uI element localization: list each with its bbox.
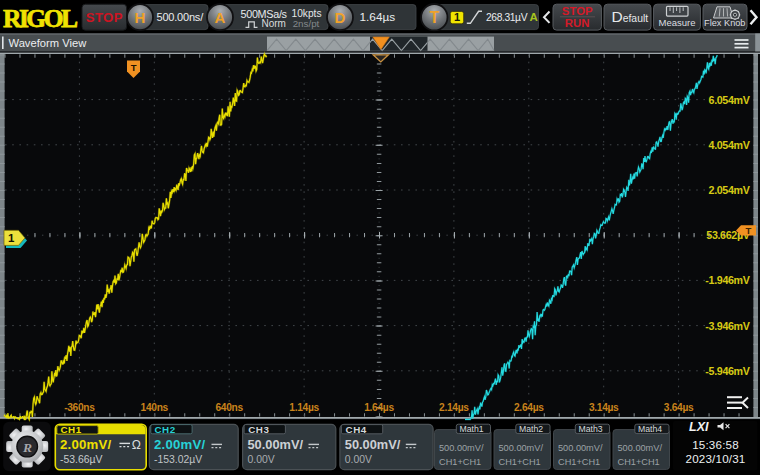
svg-text:1: 1 <box>454 11 460 23</box>
svg-text:2.054mV: 2.054mV <box>709 184 751 196</box>
svg-text:500.00mV/: 500.00mV/ <box>499 443 544 453</box>
svg-text:D: D <box>335 9 346 26</box>
svg-text:-153.02µV: -153.02µV <box>154 454 202 465</box>
svg-text:RIGOL: RIGOL <box>3 4 78 33</box>
svg-text:CH2: CH2 <box>155 424 176 435</box>
svg-text:2023/10/31: 2023/10/31 <box>685 452 745 465</box>
svg-text:Ω: Ω <box>132 438 141 452</box>
svg-text:2.14µs: 2.14µs <box>439 402 469 413</box>
svg-text:1.64µs: 1.64µs <box>360 10 396 24</box>
svg-text:15:36:58: 15:36:58 <box>692 438 739 451</box>
svg-text:4.054mV: 4.054mV <box>709 139 751 151</box>
svg-text:T: T <box>131 62 137 73</box>
svg-text:Math4: Math4 <box>638 424 662 434</box>
svg-text:140ns: 140ns <box>141 402 169 413</box>
svg-text:640ns: 640ns <box>216 402 244 413</box>
svg-text:-5.946mV: -5.946mV <box>705 365 750 377</box>
svg-text:1.64µs: 1.64µs <box>364 402 394 413</box>
svg-text:2ns/pt: 2ns/pt <box>293 18 320 29</box>
svg-text:500.00mV/: 500.00mV/ <box>618 443 663 453</box>
svg-text:T: T <box>429 9 439 26</box>
svg-text:-1.946mV: -1.946mV <box>705 274 750 286</box>
svg-text:50.00mV/: 50.00mV/ <box>345 437 401 452</box>
svg-text:T: T <box>746 225 752 236</box>
svg-text:-360ns: -360ns <box>64 402 95 413</box>
svg-text:6.054mV: 6.054mV <box>709 94 751 106</box>
svg-text:STOP: STOP <box>86 10 123 25</box>
svg-text:1: 1 <box>8 232 15 244</box>
svg-text:CH4: CH4 <box>346 424 367 435</box>
svg-text:CH1+CH1: CH1+CH1 <box>499 457 541 467</box>
svg-text:268.31µV: 268.31µV <box>486 12 528 23</box>
svg-text:-3.946mV: -3.946mV <box>705 320 750 332</box>
svg-text:CH1: CH1 <box>61 424 82 435</box>
svg-text:A: A <box>215 9 226 26</box>
svg-text:STOP: STOP <box>562 5 593 17</box>
svg-text:2.00mV/: 2.00mV/ <box>154 437 205 452</box>
svg-text:500.00mV/: 500.00mV/ <box>439 443 484 453</box>
svg-text:2.00mV/: 2.00mV/ <box>60 437 111 452</box>
svg-text:Measure: Measure <box>659 17 696 28</box>
svg-text:CH1+CH1: CH1+CH1 <box>439 457 481 467</box>
svg-text:Math2: Math2 <box>519 424 543 434</box>
svg-text:RUN: RUN <box>565 17 590 29</box>
svg-text:R: R <box>22 440 32 455</box>
svg-text:H: H <box>135 9 146 26</box>
svg-text:CH1+CH1: CH1+CH1 <box>558 457 600 467</box>
svg-text:CH1+CH1: CH1+CH1 <box>618 457 660 467</box>
svg-text:50.00mV/: 50.00mV/ <box>248 437 304 452</box>
svg-text:Norm: Norm <box>262 18 286 29</box>
svg-text:-53.66µV: -53.66µV <box>60 454 102 465</box>
svg-text:Flex Knob: Flex Knob <box>704 18 745 28</box>
svg-text:Math3: Math3 <box>579 424 603 434</box>
svg-text:0.00V: 0.00V <box>345 454 372 465</box>
svg-text:0.00V: 0.00V <box>248 454 275 465</box>
svg-text:2.64µs: 2.64µs <box>514 402 544 413</box>
svg-text:3.14µs: 3.14µs <box>589 402 619 413</box>
svg-text:Math1: Math1 <box>460 424 484 434</box>
svg-text:CH3: CH3 <box>248 424 269 435</box>
svg-text:LXI: LXI <box>689 420 709 434</box>
svg-text:500.00mV/: 500.00mV/ <box>558 443 603 453</box>
svg-text:Waveform View: Waveform View <box>9 37 88 49</box>
svg-text:A: A <box>530 11 538 23</box>
svg-text:3.64µs: 3.64µs <box>664 402 694 413</box>
svg-text:1.14µs: 1.14µs <box>289 402 319 413</box>
svg-text:500.00ns/: 500.00ns/ <box>157 11 205 23</box>
